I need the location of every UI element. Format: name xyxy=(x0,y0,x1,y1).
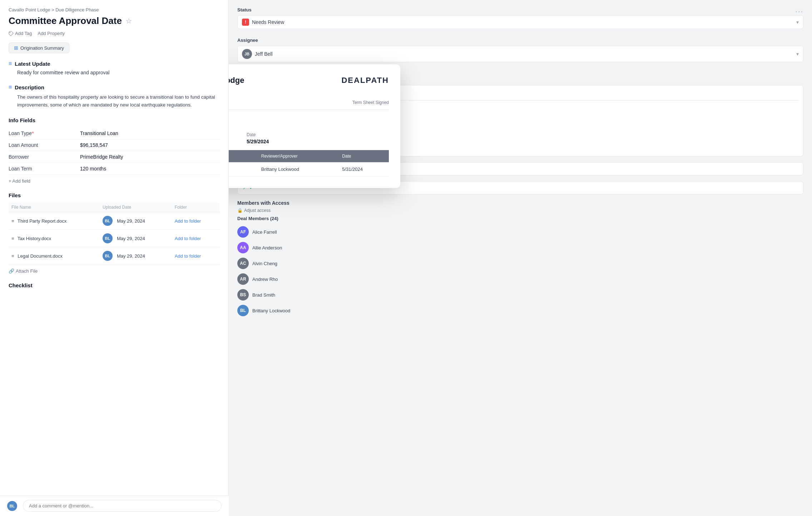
assignee-section: Assignee JB Jeff Bell ▾ xyxy=(237,38,803,62)
more-menu-button[interactable]: ··· xyxy=(795,7,803,15)
info-fields-title: Info Fields xyxy=(9,117,220,123)
file-icon: ≡ xyxy=(11,253,14,259)
file-name: ≡ Third Party Report.docx xyxy=(9,212,100,230)
add-to-folder-link[interactable]: Add to folder xyxy=(175,218,201,224)
deal-members-count: Deal Members (24) xyxy=(237,216,803,221)
status-label: Status xyxy=(237,7,803,13)
step-name: Committee Approval xyxy=(229,162,256,177)
member-name: Brittany Lockwood xyxy=(252,308,290,313)
field-value: 120 months xyxy=(80,163,220,175)
member-avatar: AC xyxy=(237,258,249,269)
member-avatar: AR xyxy=(237,273,249,285)
modal-meta-right: Term Sheet Signed xyxy=(352,100,389,105)
field-label: Loan Type* xyxy=(9,128,80,139)
file-folder[interactable]: Add to folder xyxy=(172,212,220,230)
col-reviewer: Reviewer/Approver xyxy=(256,150,337,162)
approval-date: Date 5/29/2024 xyxy=(247,132,269,144)
add-to-folder-link[interactable]: Add to folder xyxy=(175,236,201,241)
uploader-avatar: BL xyxy=(103,216,113,226)
latest-update-text: Ready for committee review and approval xyxy=(17,70,220,75)
file-folder[interactable]: Add to folder xyxy=(172,230,220,247)
update-icon: ≡ xyxy=(9,60,12,67)
file-date: BL May 29, 2024 xyxy=(100,247,172,265)
col-folder: Folder xyxy=(172,203,220,212)
latest-update-section: ≡ Latest Update Ready for committee revi… xyxy=(9,60,220,75)
info-field-row: Borrower PrimeBridge Realty xyxy=(9,151,220,163)
table-icon: ⊞ xyxy=(14,45,18,51)
add-field-button[interactable]: + Add field xyxy=(9,178,220,184)
file-row: ≡ Third Party Report.docx BL May 29, 202… xyxy=(9,212,220,230)
status-badge: ! xyxy=(242,19,249,26)
status-dropdown[interactable]: ! Needs Review ▾ xyxy=(237,15,803,29)
date-label: Date xyxy=(247,132,269,137)
uploader-avatar: BL xyxy=(103,233,113,243)
description-header: ≡ Description xyxy=(9,84,220,90)
add-to-folder-link[interactable]: Add to folder xyxy=(175,253,201,259)
info-fields-table: Loan Type* Transitional Loan Loan Amount… xyxy=(9,128,220,175)
file-name: ≡ Tax History.docx xyxy=(9,230,100,247)
right-panel: ··· Status ! Needs Review ▾ Assignee JB … xyxy=(229,0,812,516)
member-avatar: AF xyxy=(237,226,249,238)
member-row-alvin: AC Alvin Cheng xyxy=(237,255,803,271)
checklist-title: Checklist xyxy=(9,282,220,288)
approval-log-modal: Cavallo Point Lodge Origination Summary … xyxy=(229,64,400,188)
field-value: $96,158,547 xyxy=(80,139,220,151)
file-date: BL May 29, 2024 xyxy=(100,230,172,247)
modal-company-name: Cavallo Point Lodge xyxy=(229,76,244,85)
uploader-avatar: BL xyxy=(103,251,113,261)
file-row: ≡ Legal Document.docx BL May 29, 2024 Ad… xyxy=(9,247,220,265)
member-row-brittany: BL Brittany Lockwood xyxy=(237,303,803,318)
paperclip-icon: 🔗 xyxy=(9,268,14,274)
member-avatar: BL xyxy=(237,305,249,316)
modal-header: Cavallo Point Lodge Origination Summary … xyxy=(229,76,389,91)
attach-file-button[interactable]: 🔗 Attach File xyxy=(9,268,220,274)
date-value: 5/29/2024 xyxy=(247,139,269,144)
add-tag-button[interactable]: Add Tag xyxy=(9,31,32,36)
info-fields-section: Info Fields Loan Type* Transitional Loan… xyxy=(9,117,220,184)
comment-input[interactable] xyxy=(23,500,222,512)
file-icon: ≡ xyxy=(11,236,14,241)
modal-subtitle: Origination Summary xyxy=(229,86,244,91)
approval-log-title: Approval Log xyxy=(229,118,389,126)
chevron-down-icon: ▾ xyxy=(796,19,799,25)
left-panel: Cavallo Point Lodge > Due Diligence Phas… xyxy=(0,0,229,516)
col-step: Approval Step Name xyxy=(229,150,256,162)
member-avatar: BS xyxy=(237,289,249,301)
assignee-label: Assignee xyxy=(237,38,803,43)
file-row: ≡ Tax History.docx BL May 29, 2024 Add t… xyxy=(9,230,220,247)
origination-summary-button[interactable]: ⊞ Origination Summary xyxy=(9,43,69,53)
status-section: Status ! Needs Review ▾ xyxy=(237,7,803,29)
reviewer-name: Brittany Lockwood xyxy=(256,162,337,177)
star-icon[interactable]: ☆ xyxy=(125,17,132,25)
breadcrumb: Cavallo Point Lodge > Due Diligence Phas… xyxy=(9,7,220,13)
member-avatar: AA xyxy=(237,242,249,253)
member-row-brad: BS Brad Smith xyxy=(237,287,803,303)
dealpath-logo: DEALPATH xyxy=(341,76,389,85)
members-title: Members with Access xyxy=(237,200,803,206)
info-field-row: Loan Type* Transitional Loan xyxy=(9,128,220,139)
field-value: PrimeBridge Realty xyxy=(80,151,220,163)
member-name: Brad Smith xyxy=(252,292,275,298)
file-folder[interactable]: Add to folder xyxy=(172,247,220,265)
field-value: Transitional Loan xyxy=(80,128,220,139)
assignee-value: Jeff Bell xyxy=(255,51,273,57)
member-row-allie: AA Allie Anderson xyxy=(237,240,803,255)
files-title: Files xyxy=(9,192,220,198)
file-date: BL May 29, 2024 xyxy=(100,212,172,230)
adjust-access-button[interactable]: 🔒 Adjust access xyxy=(237,208,803,213)
info-field-row: Loan Term 120 months xyxy=(9,163,220,175)
description-text: The owners of this hospitality property … xyxy=(17,93,220,109)
member-name: Alvin Cheng xyxy=(252,261,277,266)
approval-table-row: Committee Approval Brittany Lockwood 5/3… xyxy=(229,162,389,177)
member-name: Allie Anderson xyxy=(252,245,282,250)
files-table: File Name Uploaded Date Folder ≡ Third P… xyxy=(9,203,220,265)
approval-table: Approval Step Name Reviewer/Approver Dat… xyxy=(229,150,389,177)
add-property-button[interactable]: Add Property xyxy=(38,31,65,36)
chevron-down-icon: ▾ xyxy=(796,51,799,57)
tag-icon xyxy=(9,31,14,36)
description-section: ≡ Description The owners of this hospita… xyxy=(9,84,220,109)
assignee-dropdown[interactable]: JB Jeff Bell ▾ xyxy=(237,46,803,62)
approval-log-meta: Requester (Name & Role) Brittany Lockwoo… xyxy=(229,132,389,144)
status-value: Needs Review xyxy=(252,19,284,25)
field-label: Loan Amount xyxy=(9,139,80,151)
